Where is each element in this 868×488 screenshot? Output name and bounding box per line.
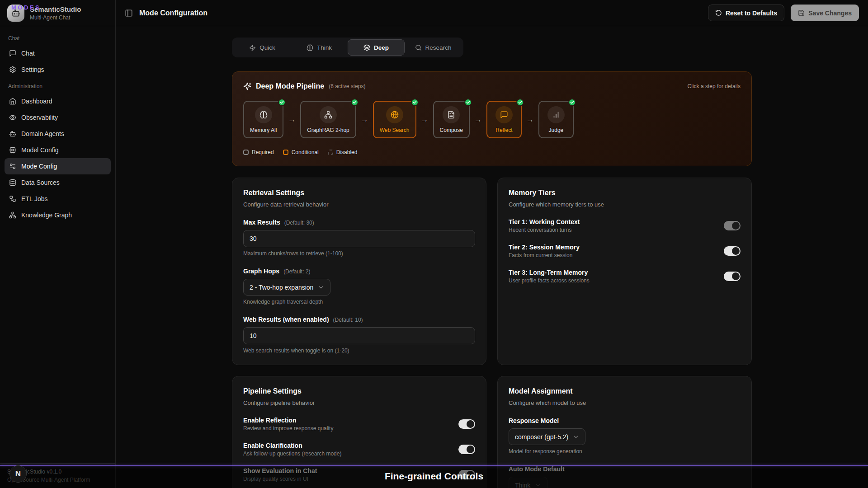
max-results-label: Max Results [243,219,280,226]
pipeline-legend: Required Conditional Disabled [243,149,741,155]
bar-chart-icon [552,111,560,119]
gear-icon [9,66,16,73]
app-subtitle: Multi-Agent Chat [30,14,81,21]
tab-research[interactable]: Research [405,39,462,56]
step-memory-all[interactable]: Memory All [243,101,283,138]
nextjs-dev-badge[interactable]: N [9,465,27,483]
sidebar-item-model-config[interactable]: Model Config [5,142,111,158]
cpu-icon [9,146,16,154]
conditional-swatch [283,150,288,155]
layers-icon [363,44,370,51]
step-web-search[interactable]: Web Search [373,101,416,138]
arrow-icon: → [421,115,429,124]
step-graphrag[interactable]: GraphRAG 2-hop [300,101,356,138]
eye-icon [9,114,16,121]
sidebar-item-mode-config[interactable]: Mode Config [5,158,111,174]
tier1-toggle[interactable] [724,221,741,230]
sidebar-item-label: Settings [21,66,44,73]
tab-deep[interactable]: Deep [348,39,405,56]
card-subtitle: Configure which model to use [509,399,741,406]
tier3-row: Tier 3: Long-Term Memory User profile fa… [509,269,741,284]
brain-icon [307,44,313,51]
database-icon [9,179,16,186]
card-subtitle: Configure which memory tiers to use [509,201,741,208]
chevron-down-icon [318,284,324,291]
required-swatch [243,150,249,155]
chevron-down-icon [535,482,541,488]
sidebar-item-label: Data Sources [21,179,60,186]
enable-reflection-row: Enable Reflection Review and improve res… [243,417,475,432]
message-square-icon [500,111,508,119]
sidebar-item-data-sources[interactable]: Data Sources [5,174,111,191]
web-results-input[interactable] [243,327,475,344]
sidebar: SemanticStudio Multi-Agent Chat Chat Cha… [0,0,116,488]
brain-icon [259,111,268,119]
enable-clarification-toggle[interactable] [458,445,475,454]
chevron-down-icon [573,434,579,440]
sidebar-item-label: Observability [21,114,58,121]
content-scroll[interactable]: Quick Think Deep Research [116,26,868,488]
card-title: Pipeline Settings [243,387,475,395]
deep-mode-pipeline-panel: Deep Mode Pipeline (6 active steps) Clic… [232,71,752,166]
check-badge-icon [411,99,419,106]
sidebar-item-label: ETL Jobs [21,195,48,202]
overlay-caption: Fine-grained Controls [0,471,868,482]
graph-hops-select[interactable]: 2 - Two-hop expansion [243,279,330,296]
sidebar-item-label: Domain Agents [21,130,64,137]
sparkles-icon [243,82,251,90]
card-title: Retrieval Settings [243,189,475,197]
sidebar-item-label: Mode Config [21,163,57,170]
sidebar-item-domain-agents[interactable]: Domain Agents [5,126,111,142]
step-compose[interactable]: Compose [433,101,470,138]
sidebar-item-observability[interactable]: Observability [5,109,111,126]
max-results-input[interactable] [243,230,475,247]
response-model-select[interactable]: composer (gpt-5.2) [509,428,585,445]
pipeline-title: Deep Mode Pipeline [256,82,324,90]
save-icon [798,9,805,16]
tab-think[interactable]: Think [291,39,348,56]
nav-section-chat: Chat [5,30,111,45]
sidebar-item-label: Knowledge Graph [21,211,72,219]
check-badge-icon [516,99,524,106]
check-badge-icon [464,99,472,106]
top-bar: Mode Configuration Reset to Defaults Sav… [116,0,868,26]
app-root: SemanticStudio Multi-Agent Chat Chat Cha… [0,0,868,488]
tier2-row: Tier 2: Session Memory Facts from curren… [509,244,741,258]
web-results-label: Web Results (when enabled) [243,316,329,323]
enable-clarification-row: Enable Clarification Ask follow-up quest… [243,442,475,457]
sidebar-item-chat[interactable]: Chat [5,45,111,61]
main-area: Mode Configuration Reset to Defaults Sav… [116,0,868,488]
memory-tiers-card: Memory Tiers Configure which memory tier… [497,178,752,365]
home-icon [9,98,16,105]
reset-to-defaults-button[interactable]: Reset to Defaults [708,5,784,21]
check-badge-icon [351,99,359,106]
arrow-icon: → [526,115,534,124]
globe-icon [391,111,399,119]
tier2-toggle[interactable] [724,246,741,256]
sidebar-item-knowledge-graph[interactable]: Knowledge Graph [5,207,111,223]
save-changes-button[interactable]: Save Changes [791,5,859,21]
arrow-icon: → [361,115,368,124]
page-title: Mode Configuration [139,9,208,17]
step-reflect[interactable]: Reflect [486,101,522,138]
step-judge[interactable]: Judge [538,101,574,138]
tier3-toggle[interactable] [724,272,741,281]
sidebar-nav: Chat Chat Settings Administration Dashbo… [0,26,115,227]
sidebar-item-label: Chat [21,50,35,57]
sidebar-item-label: Model Config [21,146,59,154]
tab-quick[interactable]: Quick [234,39,291,56]
response-model-label: Response Model [509,417,559,424]
sidebar-item-label: Dashboard [21,98,52,105]
arrow-icon: → [474,115,482,124]
check-badge-icon [568,99,576,106]
panel-left-icon[interactable] [125,9,133,17]
message-square-icon [9,50,16,57]
pipeline-hint: Click a step for details [688,83,741,89]
sidebar-item-dashboard[interactable]: Dashboard [5,93,111,109]
enable-reflection-toggle[interactable] [458,419,475,429]
tier1-row: Tier 1: Working Context Recent conversat… [509,218,741,233]
pipeline-steps: Memory All → GraphRAG 2-hop → Web Se [243,101,741,138]
sidebar-item-settings[interactable]: Settings [5,61,111,78]
card-subtitle: Configure pipeline behavior [243,399,475,406]
sidebar-item-etl-jobs[interactable]: ETL Jobs [5,191,111,207]
